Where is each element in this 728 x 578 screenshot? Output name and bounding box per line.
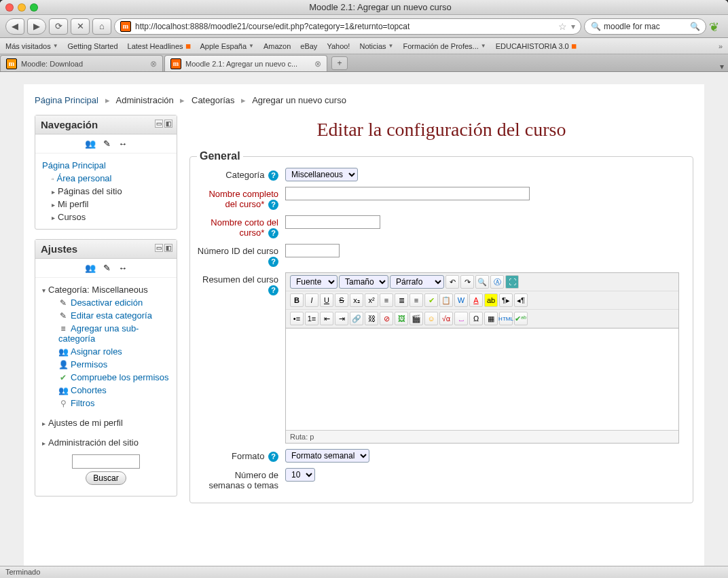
nonbreaking-icon[interactable]: ⎵ <box>454 312 468 325</box>
image-icon[interactable]: 🖼 <box>395 312 408 325</box>
numero-id-input[interactable] <box>285 244 340 257</box>
paste-word-icon[interactable]: W <box>454 293 468 307</box>
nav-item[interactable]: ▸Páginas del sitio <box>42 185 170 198</box>
home-button[interactable]: ⌂ <box>92 18 111 35</box>
block-hide-icon[interactable]: ▭ <box>155 244 163 252</box>
align-left-icon[interactable]: ≡ <box>380 293 393 307</box>
subscript-icon[interactable]: x₂ <box>350 293 363 307</box>
block-dock-icon[interactable]: ◧ <box>164 244 172 252</box>
redo-icon[interactable]: ↷ <box>460 275 474 289</box>
editor-font-select[interactable]: Fuente <box>290 275 338 289</box>
italic-icon[interactable]: I <box>305 293 318 307</box>
nombre-completo-input[interactable] <box>285 187 530 200</box>
paste-icon[interactable]: 📋 <box>439 293 453 307</box>
superscript-icon[interactable]: x² <box>365 293 378 307</box>
bookmark-item[interactable]: Más visitados▼ <box>5 42 58 50</box>
bookmark-item[interactable]: Latest Headlines◼ <box>128 42 191 50</box>
settings-item[interactable]: 👥Asignar roles <box>42 345 170 358</box>
media-icon[interactable]: 🎬 <box>410 312 423 325</box>
evernote-icon[interactable]: ❦ <box>709 20 723 33</box>
assignroles-icon[interactable]: 👥 <box>85 263 96 273</box>
bold-icon[interactable]: B <box>290 293 304 307</box>
bookmark-item[interactable]: Yahoo! <box>327 42 350 50</box>
block-hide-icon[interactable]: ▭ <box>155 120 163 128</box>
help-icon[interactable]: ? <box>268 228 278 238</box>
help-icon[interactable]: ? <box>268 285 278 295</box>
categoria-select[interactable]: Miscellaneous <box>285 168 358 181</box>
zoom-window-button[interactable] <box>30 3 38 12</box>
spellcheck-icon[interactable]: ✔ᵃᵇ <box>514 312 528 325</box>
unlink-icon[interactable]: ⛓ <box>365 312 378 325</box>
align-right-icon[interactable]: ≡ <box>410 293 423 307</box>
bookmark-star-icon[interactable]: ☆ <box>558 21 567 32</box>
settings-item[interactable]: 👥Cohortes <box>42 384 170 397</box>
emoticon-icon[interactable]: ☺ <box>424 312 438 325</box>
close-tab-icon[interactable]: ⊗ <box>314 59 321 69</box>
bookmarks-overflow-icon[interactable]: » <box>718 42 723 50</box>
nav-home-link[interactable]: Página Principal <box>42 159 170 172</box>
semanas-select[interactable]: 10 <box>285 468 315 482</box>
table-icon[interactable]: ▦ <box>484 312 498 325</box>
find-icon[interactable]: 🔍 <box>475 275 489 289</box>
editor-textarea[interactable] <box>286 328 678 430</box>
formato-select[interactable]: Formato semanal <box>285 449 369 463</box>
nolink-icon[interactable]: ⊘ <box>380 312 393 325</box>
settings-profile[interactable]: ▸Ajustes de mi perfil <box>42 416 170 429</box>
bookmark-item[interactable]: eBay <box>300 42 317 50</box>
reload-button[interactable]: ⟳ <box>49 18 68 35</box>
nav-item[interactable]: ▫Área personal <box>42 172 170 185</box>
bookmark-item[interactable]: Amazon <box>263 42 291 50</box>
edit-icon[interactable]: ✎ <box>103 263 111 273</box>
strike-icon[interactable]: S <box>335 293 348 307</box>
settings-siteadmin[interactable]: ▸Administración del sitio <box>42 436 170 449</box>
breadcrumb-link[interactable]: Página Principal <box>35 95 98 105</box>
back-button[interactable]: ◀ <box>5 18 24 35</box>
close-window-button[interactable] <box>5 3 14 12</box>
settings-item[interactable]: ✔Compruebe los permisos <box>42 371 170 384</box>
block-dock-icon[interactable]: ◧ <box>164 120 172 128</box>
browser-tab[interactable]: m Moodle 2.1: Agregar un nuevo c... ⊗ <box>164 55 327 71</box>
bookmark-item[interactable]: Formación de Profes...▼ <box>403 42 486 50</box>
replace-icon[interactable]: Ⓐ <box>490 275 504 289</box>
forward-button[interactable]: ▶ <box>27 18 46 35</box>
nav-item[interactable]: ▸Cursos <box>42 211 170 223</box>
settings-category[interactable]: ▾Categoría: Miscellaneous <box>42 283 170 296</box>
bullet-list-icon[interactable]: •≡ <box>290 312 304 325</box>
forecolor-icon[interactable]: A <box>469 293 483 307</box>
settings-item[interactable]: ⚲Filtros <box>42 397 170 410</box>
help-icon[interactable]: ? <box>268 170 278 181</box>
tab-list-icon[interactable]: ▾ <box>720 62 724 71</box>
nombre-corto-input[interactable] <box>285 215 380 229</box>
number-list-icon[interactable]: 1≡ <box>305 312 318 325</box>
charmap-icon[interactable]: Ω <box>469 312 483 325</box>
backcolor-icon[interactable]: ab <box>484 293 498 307</box>
bookmark-item[interactable]: Noticias▼ <box>359 42 393 50</box>
equation-icon[interactable]: √α <box>439 312 453 325</box>
bookmark-item[interactable]: Apple España▼ <box>200 42 254 50</box>
move-icon[interactable]: ↔ <box>118 139 127 149</box>
url-dropdown-icon[interactable]: ▾ <box>571 22 575 31</box>
browser-tab[interactable]: m Moodle: Download ⊗ <box>0 55 163 71</box>
help-icon[interactable]: ? <box>268 200 278 210</box>
minimize-window-button[interactable] <box>18 3 26 12</box>
help-icon[interactable]: ? <box>268 257 278 267</box>
assignroles-icon[interactable]: 👥 <box>85 139 96 149</box>
settings-item[interactable]: 👤Permisos <box>42 358 170 371</box>
editor-paragraph-select[interactable]: Párrafo <box>390 275 444 289</box>
stop-button[interactable]: ✕ <box>71 18 90 35</box>
url-bar[interactable]: m http://localhost:8888/moodle21/course/… <box>114 18 581 35</box>
indent-icon[interactable]: ⇥ <box>335 312 348 325</box>
settings-item[interactable]: ✎Desactivar edición <box>42 296 170 309</box>
settings-item[interactable]: ✎Editar esta categoría <box>42 309 170 322</box>
link-icon[interactable]: 🔗 <box>350 312 363 325</box>
align-center-icon[interactable]: ≣ <box>395 293 408 307</box>
settings-search-button[interactable]: Buscar <box>86 471 126 485</box>
bookmark-item[interactable]: Getting Started <box>68 42 118 50</box>
ltr-icon[interactable]: ¶▸ <box>499 293 513 307</box>
browser-search-input[interactable]: 🔍 moodle for mac 🔍 <box>584 18 706 35</box>
code-icon[interactable]: HTML <box>499 312 513 325</box>
close-tab-icon[interactable]: ⊗ <box>150 59 157 69</box>
rtl-icon[interactable]: ◂¶ <box>514 293 528 307</box>
edit-icon[interactable]: ✎ <box>103 139 111 149</box>
help-icon[interactable]: ? <box>268 452 278 462</box>
